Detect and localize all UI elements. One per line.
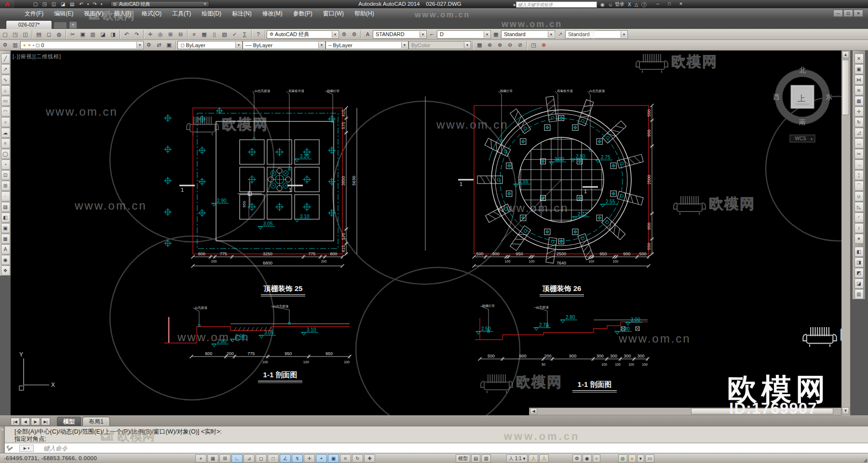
save-as-icon[interactable]: ◪	[58, 0, 68, 8]
new-tab-button[interactable]: +	[69, 22, 77, 28]
performance-globe-icon[interactable]: ◍	[618, 454, 627, 463]
doc-minimize-icon[interactable]: ─	[833, 10, 843, 17]
menu-1[interactable]: 编辑(E)	[49, 8, 79, 19]
color-combo[interactable]: ▢ByLayer▼	[177, 41, 243, 49]
menu-7[interactable]: 标注(N)	[227, 8, 257, 19]
rectangle-icon[interactable]: ▭	[1, 96, 10, 106]
new-file-icon[interactable]: ▢	[31, 0, 40, 8]
xline-icon[interactable]: ↗	[1, 64, 10, 74]
array-icon[interactable]: ▦	[854, 96, 864, 106]
sheetset-icon[interactable]: ▧	[220, 30, 230, 39]
revcloud-icon[interactable]: ☁	[1, 128, 10, 138]
preview-icon[interactable]: ◻	[44, 30, 54, 39]
drawing-canvas[interactable]: www.om.cnwww.om.cnwww.om.cnwww.om.cnwww.…	[11, 51, 841, 415]
search-input[interactable]: 键入关键字或短语	[516, 1, 597, 8]
dynucs-icon[interactable]: ↯	[292, 454, 303, 463]
minimize-icon[interactable]: ─	[652, 0, 664, 7]
make-current-icon[interactable]: ⚙	[144, 41, 154, 50]
table-style-icon[interactable]: ▦	[491, 30, 501, 39]
cut-icon[interactable]: ✂	[68, 30, 78, 39]
doc-close-icon[interactable]: ✕	[854, 10, 863, 17]
doc-restore-icon[interactable]: ⊡	[843, 10, 853, 17]
group-delete-icon[interactable]: ⊗	[539, 41, 549, 50]
table-style-combo[interactable]: Standard▼	[501, 30, 555, 39]
chevron-down-icon[interactable]: ▼	[318, 42, 325, 48]
match-layer-icon[interactable]: ⇄	[154, 41, 164, 50]
menu-0[interactable]: 文件(F)	[19, 8, 49, 19]
erase-icon[interactable]: ✕	[854, 53, 864, 64]
workspace-save-icon[interactable]: ⚙	[350, 30, 359, 39]
tab-model[interactable]: 模型	[57, 417, 81, 426]
zoom-previous-icon[interactable]: ⊟	[176, 30, 186, 39]
fillet-icon[interactable]: ◜	[854, 212, 864, 223]
lineweight-icon[interactable]: ▣	[328, 454, 339, 463]
scroll-up-icon[interactable]: ▲	[842, 51, 849, 58]
pan-icon[interactable]: ✛	[146, 30, 155, 39]
polyline-icon[interactable]: ∿	[1, 75, 10, 85]
plot-icon[interactable]: ▤	[34, 30, 44, 39]
layer-properties-icon[interactable]: ⚙	[0, 41, 10, 50]
box-icon[interactable]: ◳	[529, 41, 539, 50]
publish-icon[interactable]: ◍	[54, 30, 64, 39]
chevron-down-icon[interactable]: ▼	[332, 31, 338, 38]
open-icon[interactable]: ◳	[11, 30, 20, 39]
horizontal-scrollbar[interactable]: ◀	[529, 408, 841, 415]
plot-icon[interactable]: ▤	[68, 0, 77, 8]
chevron-down-icon[interactable]: ▼	[420, 31, 426, 38]
menu-5[interactable]: 工具(T)	[167, 8, 196, 19]
break-point-icon[interactable]: ¦	[854, 170, 864, 180]
line-icon[interactable]: ╱	[1, 53, 10, 64]
maximize-icon[interactable]: □	[664, 0, 675, 7]
viewport-controls-label[interactable]: [-][俯视][二维线框]	[13, 53, 61, 60]
mirror-icon[interactable]: ⋈	[854, 75, 864, 85]
blockeditor-icon[interactable]: ◨	[108, 30, 118, 39]
ellipse-arc-icon[interactable]: ◔	[1, 159, 10, 170]
layout-nav-0[interactable]: |◀	[11, 418, 20, 425]
zoom-window-icon[interactable]: ⊞	[166, 30, 176, 39]
designcenter-icon[interactable]: ▦	[200, 30, 209, 39]
user-icon[interactable]: ☺	[608, 2, 613, 7]
command-window-grip[interactable]: ✕	[0, 426, 5, 453]
group2-icon[interactable]: ❖	[1, 265, 10, 276]
command-input[interactable]: ▶ ▾ 键入命令	[5, 443, 868, 453]
polar-icon[interactable]: ⊿	[244, 454, 255, 463]
close-icon[interactable]: ✕	[675, 0, 687, 7]
vertical-scroll-thumb[interactable]	[842, 60, 849, 115]
region-icon[interactable]: ▣	[1, 223, 10, 233]
group-off-icon[interactable]: ⊘	[515, 41, 525, 50]
layout-nav-1[interactable]: ◀	[21, 418, 30, 425]
osnap3d-icon[interactable]: □	[268, 454, 279, 463]
save-icon[interactable]: ◫	[21, 30, 30, 39]
move-icon[interactable]: ✛	[854, 106, 864, 117]
layout-icon[interactable]: ▤	[471, 454, 480, 463]
copy-icon[interactable]: ▣	[854, 64, 864, 74]
chevron-down-icon[interactable]: ▼	[621, 31, 627, 38]
resize-grip-icon[interactable]: ◢	[863, 457, 867, 463]
point-icon[interactable]: ·	[1, 191, 10, 201]
addselected-icon[interactable]: ◉	[1, 255, 10, 265]
scale-icon[interactable]: ◿	[854, 128, 864, 138]
bring-above-icon[interactable]: ◩	[854, 268, 864, 278]
arc-icon[interactable]: ◠	[1, 106, 10, 117]
annotation-scale-button[interactable]: 人 1:1 ▾	[506, 454, 528, 463]
signin-label[interactable]: 登录	[615, 1, 624, 8]
mleader-style-icon[interactable]: ↗	[556, 30, 565, 39]
annot-auto-icon[interactable]: 人	[529, 454, 538, 463]
stretch-icon[interactable]: ↔	[854, 138, 864, 148]
text-front-icon[interactable]: ▥	[854, 289, 864, 299]
bring-front-icon[interactable]: ◧	[854, 247, 864, 257]
menu-11[interactable]: 帮助(H)	[349, 8, 380, 19]
break-icon[interactable]: ⌒	[854, 181, 864, 191]
lineweight-combo[interactable]: ─ByLayer▼	[326, 41, 408, 49]
autocad-logo[interactable]: A	[0, 0, 14, 8]
otrack-icon[interactable]: ∠	[280, 454, 291, 463]
infer-constraints-icon[interactable]: ⌖	[195, 454, 206, 463]
menu-4[interactable]: 格式(O)	[136, 8, 167, 19]
horizontal-scroll-thumb[interactable]	[691, 408, 833, 414]
copy-icon[interactable]: ▣	[78, 30, 88, 39]
binoculars-icon[interactable]: ◉	[600, 2, 605, 7]
isolate-icon[interactable]: ○	[593, 454, 600, 463]
model-space-button[interactable]: 模型	[456, 454, 470, 463]
chamfer-icon[interactable]: ◺	[854, 202, 864, 212]
gradient-icon[interactable]: ◧	[1, 212, 10, 223]
